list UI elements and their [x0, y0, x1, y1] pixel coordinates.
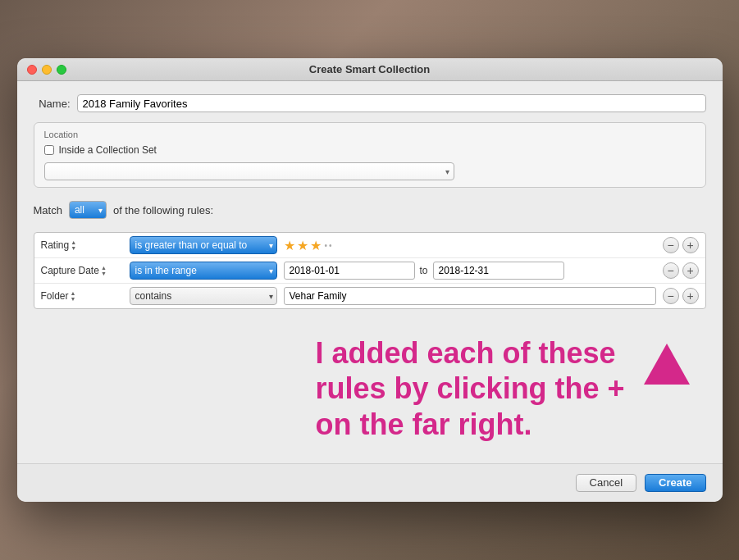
name-input[interactable]: [77, 94, 706, 112]
rule-field-rating: Rating ▲ ▼: [41, 239, 123, 251]
collection-set-checkbox[interactable]: [44, 145, 54, 155]
dialog-title: Create Smart Collection: [309, 63, 430, 75]
title-bar: Create Smart Collection: [17, 58, 723, 81]
date-to-input[interactable]: [433, 262, 564, 280]
rule-row: Folder ▲ ▼ contains does not contain sta…: [34, 284, 705, 308]
location-dropdown-wrapper: [44, 162, 454, 180]
rule-field-label: Folder: [41, 290, 69, 302]
folder-rule-buttons: − +: [663, 288, 699, 304]
match-label-before: Match: [34, 204, 62, 216]
rule-row: Capture Date ▲ ▼ is in the range is is b…: [34, 258, 705, 284]
maximize-button[interactable]: [57, 65, 66, 75]
annotation-text: I added each of these rules by clicking …: [316, 335, 627, 442]
star-dot-2: •: [329, 241, 332, 250]
folder-input[interactable]: [284, 287, 656, 305]
date-from-input[interactable]: [284, 262, 415, 280]
folder-remove-button[interactable]: −: [663, 288, 679, 304]
location-dropdown[interactable]: [44, 162, 454, 180]
rule-field-label: Capture Date: [41, 265, 99, 276]
arrow-up-icon: [644, 344, 690, 385]
dialog-body: Name: Location Inside a Collection Set M…: [17, 81, 723, 463]
capture-date-operator[interactable]: is in the range is is before is after: [130, 262, 277, 280]
match-label-after: of the following rules:: [113, 204, 213, 216]
dialog-footer: Cancel Create: [17, 463, 723, 502]
sort-arrows-icon: ▲ ▼: [101, 265, 107, 276]
rating-value: ★ ★ ★ • •: [284, 238, 656, 253]
rules-container: Rating ▲ ▼ is greater than or equal to i…: [34, 232, 706, 309]
close-button[interactable]: [27, 65, 37, 75]
star-rating: ★ ★ ★ • •: [284, 238, 332, 253]
arrow-shape: [644, 344, 690, 385]
location-checkbox-row: Inside a Collection Set: [44, 144, 696, 156]
name-label: Name:: [34, 98, 71, 110]
name-row: Name:: [34, 94, 706, 112]
match-select[interactable]: all any: [69, 201, 107, 219]
capture-date-rule-buttons: − +: [663, 262, 699, 279]
star-1: ★: [284, 238, 295, 253]
rule-field-label: Rating: [41, 239, 70, 251]
rating-operator-wrapper: is greater than or equal to is equal to …: [130, 236, 277, 254]
window-controls: [27, 65, 66, 75]
match-select-wrapper: all any: [69, 201, 107, 219]
collection-set-label: Inside a Collection Set: [59, 144, 157, 156]
star-2: ★: [297, 238, 308, 253]
capture-date-value: to: [284, 262, 656, 280]
rating-add-button[interactable]: +: [682, 237, 699, 253]
location-label: Location: [44, 130, 696, 139]
sort-arrows-icon: ▲ ▼: [71, 290, 76, 302]
rule-field-capture-date: Capture Date ▲ ▼: [41, 265, 123, 276]
match-row: Match all any of the following rules:: [34, 198, 706, 222]
create-button[interactable]: Create: [645, 474, 705, 492]
rating-remove-button[interactable]: −: [663, 237, 679, 253]
cancel-button[interactable]: Cancel: [576, 474, 636, 492]
to-label: to: [420, 265, 428, 276]
star-dot-1: •: [325, 241, 328, 250]
rating-rule-buttons: − +: [663, 237, 699, 253]
folder-value: [284, 287, 656, 305]
annotation-area: I added each of these rules by clicking …: [34, 319, 706, 450]
rule-row: Rating ▲ ▼ is greater than or equal to i…: [34, 233, 705, 258]
star-3: ★: [310, 238, 322, 253]
rule-field-folder: Folder ▲ ▼: [41, 290, 123, 302]
dialog: Create Smart Collection Name: Location I…: [17, 58, 723, 502]
location-section: Location Inside a Collection Set: [34, 122, 706, 188]
capture-date-add-button[interactable]: +: [682, 262, 699, 279]
sort-arrows-icon: ▲ ▼: [71, 239, 76, 251]
rating-operator[interactable]: is greater than or equal to is equal to …: [130, 236, 277, 254]
folder-operator-wrapper: contains does not contain starts with en…: [130, 287, 277, 305]
minimize-button[interactable]: [42, 65, 52, 75]
capture-date-operator-wrapper: is in the range is is before is after: [130, 262, 277, 280]
folder-add-button[interactable]: +: [682, 288, 699, 304]
folder-operator[interactable]: contains does not contain starts with en…: [130, 287, 277, 305]
capture-date-remove-button[interactable]: −: [663, 262, 679, 279]
